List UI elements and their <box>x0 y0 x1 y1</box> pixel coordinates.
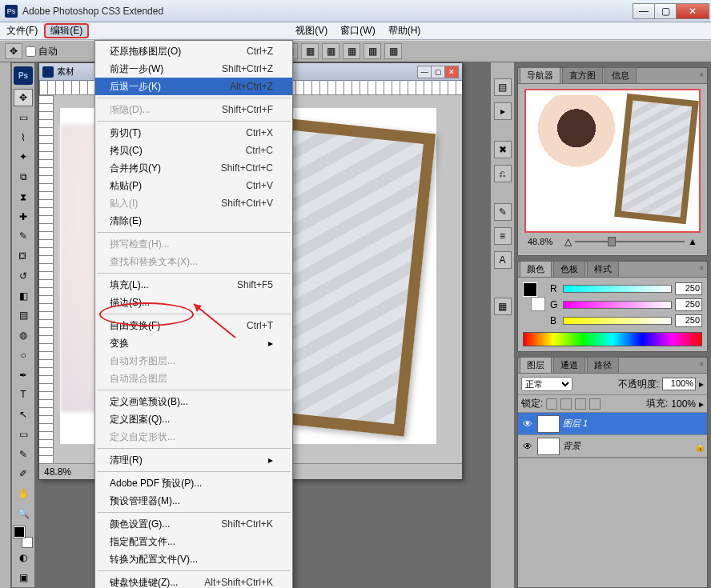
distribute-icon-3[interactable]: ▦ <box>384 43 402 59</box>
auto-select-checkbox[interactable] <box>26 46 36 57</box>
lasso-tool[interactable]: ⌇ <box>14 128 33 146</box>
marquee-tool[interactable]: ▭ <box>14 108 33 126</box>
dodge-tool[interactable]: ○ <box>14 346 33 364</box>
dock-icon-8[interactable]: ▦ <box>494 298 512 315</box>
menu-item[interactable]: 清除(E) <box>95 212 292 230</box>
wand-tool[interactable]: ✦ <box>14 148 33 166</box>
eraser-tool[interactable]: ◧ <box>14 286 33 305</box>
crop-tool[interactable]: ⧉ <box>14 168 33 186</box>
dock-icon-3[interactable]: ✖ <box>494 141 512 158</box>
tab-styles[interactable]: 样式 <box>587 261 619 277</box>
screenmode-toggle[interactable]: ▣ <box>14 568 33 586</box>
doc-maximize-button[interactable]: ▢ <box>431 66 445 78</box>
opacity-value[interactable]: 100% <box>662 378 696 390</box>
path-tool[interactable]: ↖ <box>14 406 33 424</box>
distribute-icon[interactable]: ▦ <box>343 43 360 59</box>
notes-tool[interactable]: ✎ <box>14 445 33 463</box>
dock-icon-6[interactable]: ≡ <box>494 227 512 245</box>
type-tool[interactable]: T <box>14 386 33 404</box>
tab-layers[interactable]: 图层 <box>520 357 552 373</box>
panel-close-icon[interactable]: × <box>699 360 704 369</box>
layer-row[interactable]: 👁 图层 1 <box>518 413 707 435</box>
doc-minimize-button[interactable]: — <box>417 66 432 78</box>
menu-item[interactable]: 描边(S)... <box>95 294 292 311</box>
window-close-button[interactable]: ✕ <box>676 3 709 19</box>
menu-item[interactable]: 填充(L)...Shift+F5 <box>95 276 292 294</box>
tab-channels[interactable]: 通道 <box>553 357 585 373</box>
panel-close-icon[interactable]: × <box>699 70 704 79</box>
menu-item[interactable]: 前进一步(W)Shift+Ctrl+Z <box>95 60 292 78</box>
menu-item[interactable]: 定义画笔预设(B)... <box>95 393 292 410</box>
move-tool-icon[interactable]: ✥ <box>5 43 22 59</box>
lock-position-icon[interactable] <box>575 398 586 410</box>
history-brush-tool[interactable]: ↺ <box>14 266 33 285</box>
color-panel-swatches[interactable] <box>523 282 545 311</box>
heal-tool[interactable]: ✚ <box>14 207 33 226</box>
r-value[interactable]: 250 <box>675 282 702 295</box>
window-maximize-button[interactable]: ▢ <box>654 3 677 19</box>
menu-item[interactable]: 自由变换(F)Ctrl+T <box>95 317 292 334</box>
menu-item[interactable]: 清理(R)▸ <box>95 451 292 469</box>
slice-tool[interactable]: ⧗ <box>14 187 33 206</box>
menu-item[interactable]: 转换为配置文件(V)... <box>95 550 292 568</box>
visibility-icon[interactable]: 👁 <box>521 441 534 452</box>
tab-swatches[interactable]: 色板 <box>553 261 585 277</box>
pen-tool[interactable]: ✒ <box>14 366 33 384</box>
tool-presets-collapsed[interactable] <box>0 62 11 588</box>
menu-item[interactable]: 定义图案(Q)... <box>95 410 292 428</box>
layer-thumbnail[interactable] <box>537 415 560 433</box>
g-value[interactable]: 250 <box>675 298 702 311</box>
opacity-flyout-icon[interactable]: ▸ <box>699 378 704 390</box>
navigator-thumbnail[interactable] <box>524 89 701 233</box>
visibility-icon[interactable]: 👁 <box>521 418 534 430</box>
fill-flyout-icon[interactable]: ▸ <box>699 398 704 410</box>
tab-color[interactable]: 颜色 <box>520 261 552 277</box>
dock-icon-1[interactable]: ▤ <box>494 78 512 96</box>
gradient-tool[interactable]: ▤ <box>14 306 33 325</box>
layer-name[interactable]: 背景 <box>563 440 691 452</box>
background-color-swatch[interactable] <box>22 537 33 548</box>
menu-help[interactable]: 帮助(H) <box>382 22 428 39</box>
layer-row[interactable]: 👁 背景 🔒 <box>518 435 707 458</box>
zoom-tool[interactable]: 🔍 <box>14 504 33 522</box>
layer-name[interactable]: 图层 1 <box>563 418 704 430</box>
hand-tool[interactable]: ✋ <box>14 485 33 503</box>
tab-paths[interactable]: 路径 <box>587 357 619 373</box>
menu-item[interactable]: 预设管理器(M)... <box>95 492 292 510</box>
menu-item[interactable]: 粘贴(P)Ctrl+V <box>95 177 292 194</box>
window-minimize-button[interactable]: — <box>633 3 655 19</box>
lock-all-icon[interactable] <box>589 398 601 410</box>
blend-mode-select[interactable]: 正常 <box>521 377 572 391</box>
align-right-icon[interactable]: ▦ <box>322 43 339 59</box>
b-value[interactable]: 250 <box>675 314 702 327</box>
g-slider[interactable] <box>563 301 672 309</box>
stamp-tool[interactable]: ⛋ <box>14 247 33 266</box>
shape-tool[interactable]: ▭ <box>14 425 33 443</box>
tab-navigator[interactable]: 导航器 <box>520 67 560 83</box>
lock-transparent-icon[interactable] <box>546 398 557 410</box>
foreground-color-swatch[interactable] <box>14 526 25 538</box>
layer-thumbnail[interactable] <box>537 438 560 455</box>
lock-image-icon[interactable] <box>560 398 572 410</box>
brush-tool[interactable]: ✎ <box>14 227 33 246</box>
quickmask-toggle[interactable]: ◐ <box>14 549 33 567</box>
tab-info[interactable]: 信息 <box>605 67 637 83</box>
menu-item[interactable]: 键盘快捷键(Z)...Alt+Shift+Ctrl+K <box>95 574 292 588</box>
menu-item[interactable]: 还原拖移图层(O)Ctrl+Z <box>95 42 292 60</box>
r-slider[interactable] <box>563 285 672 293</box>
zoom-out-icon[interactable]: △ <box>564 236 572 247</box>
distribute-icon-2[interactable]: ▦ <box>364 43 381 59</box>
color-spectrum[interactable] <box>523 332 702 346</box>
panel-close-icon[interactable]: × <box>699 264 704 273</box>
menu-item[interactable]: 颜色设置(G)...Shift+Ctrl+K <box>95 515 292 533</box>
menu-item[interactable]: 合并拷贝(Y)Shift+Ctrl+C <box>95 159 292 177</box>
b-slider[interactable] <box>563 317 672 325</box>
move-tool[interactable]: ✥ <box>14 89 33 107</box>
dock-icon-7[interactable]: A <box>494 251 512 269</box>
menu-item[interactable]: 指定配置文件... <box>95 533 292 550</box>
align-center-icon[interactable]: ▦ <box>301 43 319 59</box>
color-swatches[interactable] <box>14 526 33 547</box>
eyedropper-tool[interactable]: ✐ <box>14 465 33 483</box>
navigator-zoom-value[interactable]: 48.8% <box>528 237 561 246</box>
doc-close-button[interactable]: ✕ <box>444 66 459 78</box>
